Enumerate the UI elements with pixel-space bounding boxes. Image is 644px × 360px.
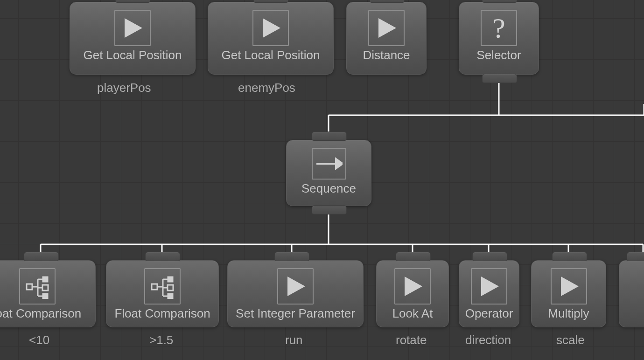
node-float-comparison-1[interactable]: loat Comparison xyxy=(0,260,96,327)
svg-rect-28 xyxy=(168,277,173,282)
node-get-local-position-2[interactable]: Get Local Position xyxy=(208,2,334,75)
play-icon xyxy=(471,268,507,305)
arrow-right-icon xyxy=(312,148,346,180)
port-in[interactable] xyxy=(370,0,405,3)
compare-icon xyxy=(144,268,181,305)
port-in[interactable] xyxy=(396,252,431,261)
port-in[interactable] xyxy=(24,252,59,261)
port-in[interactable] xyxy=(274,252,309,261)
node-sequence[interactable]: Sequence xyxy=(286,140,371,206)
node-title: Operator xyxy=(465,306,513,321)
node-subtitle: playerPos xyxy=(97,81,151,95)
port-in[interactable] xyxy=(472,252,507,261)
svg-rect-18 xyxy=(27,284,32,290)
node-multiply[interactable]: Multiply xyxy=(531,260,606,327)
svg-marker-37 xyxy=(405,277,422,296)
node-title: loat Comparison xyxy=(0,306,81,321)
node-operator[interactable]: Operator xyxy=(459,260,519,327)
node-set-integer-parameter[interactable]: Set Integer Parameter xyxy=(227,260,364,327)
svg-marker-36 xyxy=(287,277,305,296)
node-title: Distance xyxy=(363,48,410,62)
svg-rect-19 xyxy=(42,277,48,282)
node-subtitle: >1.5 xyxy=(149,333,173,347)
svg-rect-21 xyxy=(42,293,48,299)
svg-marker-13 xyxy=(125,18,142,38)
port-out[interactable] xyxy=(482,74,517,83)
svg-marker-14 xyxy=(263,18,280,38)
compare-icon xyxy=(19,268,56,305)
node-title: Sequence xyxy=(301,181,356,196)
node-subtitle: direction xyxy=(465,333,511,347)
port-in[interactable] xyxy=(482,0,517,3)
svg-marker-39 xyxy=(561,277,579,296)
svg-marker-17 xyxy=(336,159,343,168)
svg-rect-30 xyxy=(168,293,173,299)
node-subtitle: enemyPos xyxy=(238,81,295,95)
node-offscreen-right[interactable] xyxy=(619,260,644,327)
node-title: Set Integer Parameter xyxy=(236,306,355,321)
play-icon xyxy=(277,268,314,305)
port-in[interactable] xyxy=(115,0,150,3)
node-subtitle: <10 xyxy=(29,333,49,347)
node-title: Float Comparison xyxy=(114,306,210,321)
node-title: Get Local Position xyxy=(221,48,320,62)
port-in[interactable] xyxy=(627,252,644,261)
port-in[interactable] xyxy=(253,0,288,3)
node-get-local-position-1[interactable]: Get Local Position xyxy=(70,2,196,75)
play-icon xyxy=(252,10,289,46)
node-title: Get Local Position xyxy=(83,48,182,62)
node-distance[interactable]: Distance xyxy=(346,2,427,75)
node-float-comparison-2[interactable]: Float Comparison xyxy=(106,260,219,327)
svg-marker-38 xyxy=(481,277,499,296)
node-title: Selector xyxy=(476,48,521,62)
behavior-tree-canvas[interactable]: { "nodes": { "getLocalPos1": { "label": … xyxy=(0,0,644,360)
node-subtitle: run xyxy=(285,333,303,347)
node-look-at[interactable]: Look At xyxy=(376,260,449,327)
port-in[interactable] xyxy=(312,132,347,141)
svg-rect-20 xyxy=(42,285,48,291)
svg-rect-29 xyxy=(168,285,173,291)
port-out[interactable] xyxy=(312,205,347,215)
port-in[interactable] xyxy=(552,252,587,261)
play-icon xyxy=(114,10,151,46)
node-subtitle: scale xyxy=(556,333,585,347)
question-icon: ? xyxy=(481,10,517,46)
svg-marker-15 xyxy=(378,18,396,38)
node-title: Look At xyxy=(392,306,433,321)
port-in[interactable] xyxy=(145,252,180,261)
node-subtitle: rotate xyxy=(396,333,427,347)
play-icon xyxy=(551,268,587,305)
play-icon xyxy=(394,268,431,305)
svg-rect-27 xyxy=(152,284,157,290)
node-selector[interactable]: ? Selector xyxy=(459,2,539,75)
play-icon xyxy=(368,10,405,46)
node-title: Multiply xyxy=(548,306,589,321)
